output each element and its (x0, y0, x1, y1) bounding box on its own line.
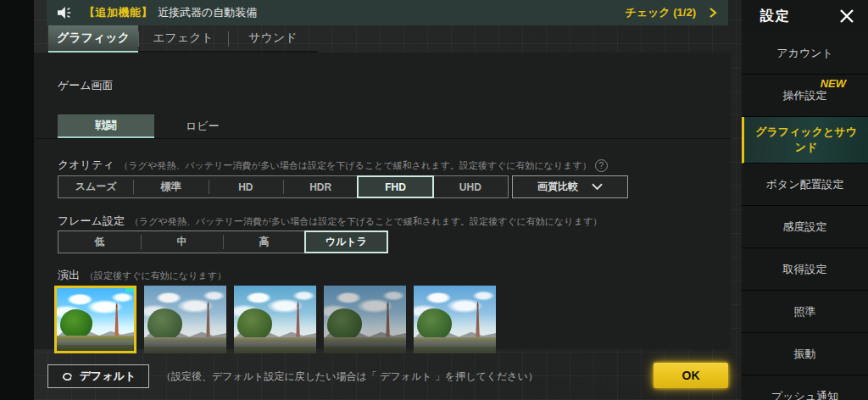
settings-tab[interactable]: エフェクト (138, 25, 228, 53)
effect-style-thumbnail[interactable] (324, 286, 406, 353)
effect-style-thumbnails (54, 286, 496, 353)
sidebar-menu-item[interactable]: 感度設定 (742, 206, 868, 248)
game-screen-subtab-label: 戦闘 (95, 118, 117, 133)
scene-tree (417, 308, 452, 340)
quality-option-label: スムーズ (75, 180, 117, 194)
effect-style-thumbnail[interactable] (54, 286, 136, 353)
effect-section: 演出 （設定後すぐに有効になります） (58, 268, 226, 283)
left-edge-strip (0, 0, 34, 400)
quality-option-label: UHD (459, 181, 481, 193)
effect-label: 演出 (58, 268, 80, 283)
settings-title: 設定 (760, 8, 791, 25)
ok-button-label: OK (682, 369, 700, 382)
game-screen-subtab[interactable]: ロビー (154, 114, 251, 138)
quality-option[interactable]: HDR (283, 176, 358, 197)
footer-bar: デフォルト （設定後、デフォルト設定に戻したい場合は「 デフォルト 」を押してく… (0, 349, 742, 400)
sidebar-menu-item-label: 感度設定 (775, 219, 836, 235)
settings-tab[interactable]: グラフィック (48, 25, 138, 53)
sidebar-menu-item[interactable]: ボタン配置設定 (742, 164, 868, 206)
quality-section: クオリティ （ラグや発熱、バッテリー消費が多い場合は設定を下げることで緩和されま… (58, 158, 608, 173)
scene-tree (237, 308, 272, 340)
help-icon[interactable]: ? (595, 159, 608, 172)
sidebar-menu-item[interactable]: 取得設定 (742, 248, 868, 291)
frame-option-label: 高 (259, 235, 270, 249)
settings-sidebar: 設定 アカウント NEW 操作設定 (742, 0, 868, 400)
sidebar-menu-item[interactable]: プッシュ通知 (742, 375, 868, 400)
quality-compare-dropdown[interactable]: 画質比較 (512, 175, 628, 198)
frame-description: （ラグや発熱、バッテリー消費が多い場合は設定を下げることで緩和されます。設定後す… (130, 215, 602, 228)
quality-option[interactable]: HD (209, 176, 283, 197)
sidebar-menu-item[interactable]: アカウント (742, 32, 868, 75)
game-screen-subtab-label: ロビー (186, 119, 220, 134)
game-screen-label: ゲーム画面 (58, 78, 114, 93)
ok-button[interactable]: OK (654, 363, 728, 388)
scene-tree (147, 308, 182, 340)
default-button-label: デフォルト (80, 369, 136, 384)
game-screen-subtab[interactable]: 戦闘 (58, 114, 154, 138)
graphics-panel: ゲーム画面 戦闘 ロビー クオリティ （ラグや発熱、バッテリー消費が多い場合は設… (34, 53, 731, 349)
quality-compare-label: 画質比較 (537, 180, 578, 194)
chevron-down-icon (592, 183, 603, 191)
thumbnail-scene (57, 288, 134, 351)
settings-screen: 【追加機能】 近接武器の自動装備 チェック (1/2) グラフィック エフェクト… (0, 0, 868, 400)
new-badge: NEW (821, 77, 846, 90)
default-hint-text: （設定後、デフォルト設定に戻したい場合は「 デフォルト 」を押してください） (161, 369, 538, 384)
thumbnail-scene (414, 286, 496, 353)
effect-style-thumbnail[interactable] (414, 286, 496, 353)
scene-tree (327, 308, 362, 340)
announcement-tag: 【追加機能】 (84, 5, 153, 20)
sidebar-menu-item-label: 振動 (786, 347, 825, 362)
settings-tab-bar: グラフィック エフェクト サウンド (48, 25, 318, 53)
close-icon[interactable] (837, 7, 856, 25)
sidebar-menu-item-label: 照準 (786, 304, 825, 319)
sidebar-menu-item[interactable]: NEW 操作設定 (742, 75, 868, 117)
announcement-bar[interactable]: 【追加機能】 近接武器の自動装備 チェック (1/2) (47, 0, 728, 25)
sidebar-menu-item-label: アカウント (768, 46, 842, 61)
game-screen-section: ゲーム画面 (58, 78, 114, 93)
frame-label: フレーム設定 (58, 214, 125, 229)
effect-style-thumbnail[interactable] (234, 286, 316, 353)
sidebar-menu-item[interactable]: グラフィックとサウンド (742, 117, 868, 164)
chevron-right-icon[interactable] (708, 8, 718, 18)
reset-icon (61, 371, 74, 382)
announcement-message: 近接武器の自動装備 (158, 5, 257, 20)
sidebar-menu-item-label: 操作設定 (775, 88, 836, 103)
thumbnail-scene (234, 286, 316, 353)
quality-option[interactable]: UHD (433, 176, 508, 197)
quality-option[interactable]: スムーズ (58, 176, 133, 197)
check-counter[interactable]: チェック (1/2) (625, 5, 696, 20)
frame-option[interactable]: 中 (141, 231, 223, 253)
settings-tab-label: エフェクト (153, 31, 214, 46)
frame-section: フレーム設定 （ラグや発熱、バッテリー消費が多い場合は設定を下げることで緩和され… (58, 214, 602, 229)
frame-option[interactable]: ウルトラ (305, 231, 387, 253)
quality-options: スムーズ 標準 HD HDR FHD UHD (58, 175, 509, 198)
sidebar-menu-item-label: プッシュ通知 (763, 389, 847, 400)
frame-option-label: 中 (177, 235, 187, 249)
sidebar-header: 設定 (742, 0, 868, 32)
frame-option[interactable]: 低 (58, 231, 141, 253)
sidebar-menu: アカウント NEW 操作設定 グラフィックとサウンド ボタン配置設定 (742, 32, 868, 400)
thumbnail-scene (324, 286, 406, 353)
quality-option[interactable]: FHD (358, 176, 432, 197)
settings-tab-label: サウンド (248, 31, 297, 46)
frame-option[interactable]: 高 (223, 231, 305, 253)
scene-tree (60, 309, 92, 338)
quality-option-label: FHD (385, 181, 406, 193)
effect-style-thumbnail[interactable] (144, 286, 226, 353)
quality-option[interactable]: 標準 (133, 176, 208, 197)
quality-option-label: HDR (309, 181, 331, 193)
quality-description: （ラグや発熱、バッテリー消費が多い場合は設定を下げることで緩和されます。設定後す… (120, 159, 592, 172)
sidebar-menu-item[interactable]: 振動 (742, 333, 868, 375)
quality-label: クオリティ (58, 158, 114, 173)
effect-description: （設定後すぐに有効になります） (85, 269, 226, 282)
sidebar-menu-item[interactable]: 照準 (742, 291, 868, 333)
settings-tab-label: グラフィック (57, 31, 130, 46)
settings-tab[interactable]: サウンド (228, 25, 318, 53)
default-button[interactable]: デフォルト (47, 364, 149, 388)
sidebar-menu-item-label: グラフィックとサウンド (744, 125, 868, 154)
thumbnail-scene (144, 286, 226, 353)
frame-option-label: ウルトラ (326, 235, 367, 249)
frame-option-label: 低 (95, 235, 105, 249)
sidebar-menu-item-label: 取得設定 (775, 262, 836, 277)
sidebar-menu-item-label: ボタン配置設定 (758, 177, 853, 192)
